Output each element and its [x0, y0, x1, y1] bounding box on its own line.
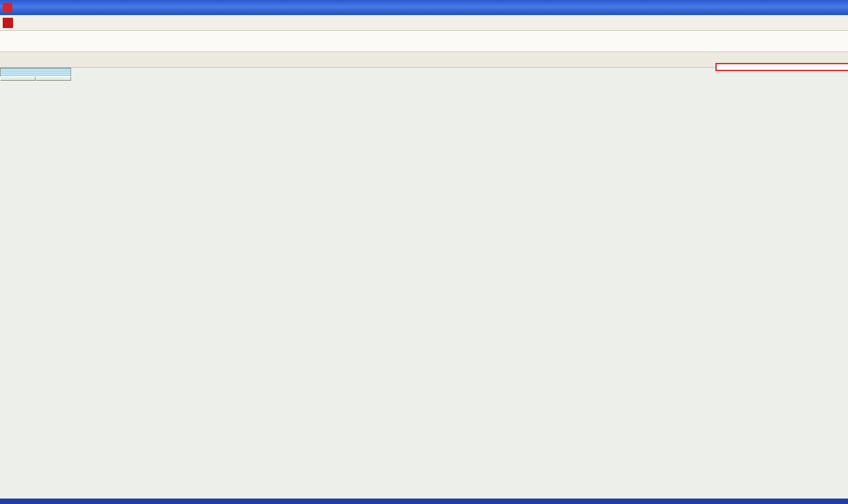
app-icon — [3, 3, 12, 12]
app-window — [0, 0, 848, 504]
title-bar — [0, 0, 848, 15]
calc-resistance-button[interactable] — [0, 77, 36, 81]
main-toolbar — [0, 31, 848, 52]
menu-bar — [0, 15, 848, 31]
calc-support-button[interactable] — [36, 77, 71, 81]
index-info-panel — [0, 66, 71, 81]
gann-wheel-chart — [0, 66, 848, 504]
brand-logo-icon — [3, 18, 13, 28]
bottom-strip — [0, 499, 848, 504]
annotation-box — [715, 63, 848, 71]
